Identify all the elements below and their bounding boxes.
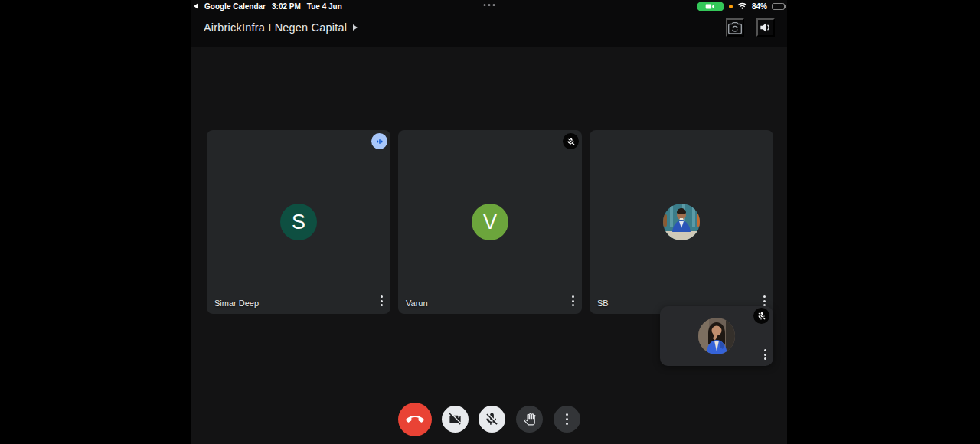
self-profile-photo [698,318,735,354]
chevron-right-icon [353,24,358,31]
videocam-off-icon [448,412,462,426]
more-options-button[interactable] [554,406,580,433]
participant-tile-simar-deep[interactable]: S Simar Deep [207,130,390,314]
battery-icon [772,3,785,10]
avatar-initial: S [292,211,305,234]
self-muted-indicator [753,308,769,324]
participant-name: Varun [406,299,428,308]
avatar-photo [663,204,700,240]
self-avatar-photo [698,318,735,354]
flip-camera-button[interactable] [726,18,744,37]
camera-toggle-button[interactable] [442,406,469,433]
speaker-icon [758,20,773,35]
raised-hand-icon [523,413,536,426]
end-call-button[interactable] [398,403,432,436]
mic-off-icon [485,412,499,426]
back-triangle-icon [194,3,198,9]
battery-percent: 84% [752,2,767,11]
participant-name: Simar Deep [214,299,259,308]
meet-app-screen: Google Calendar 3:02 PM Tue 4 Jun 84% [191,0,787,444]
avatar: V [472,204,508,240]
multitask-handle-icon[interactable] [484,4,495,6]
ipad-screenshot: Google Calendar 3:02 PM Tue 4 Jun 84% [0,0,980,444]
tile-options-button[interactable] [570,294,576,308]
vertical-ellipsis-icon [564,412,570,427]
meeting-title: AirbrickInfra I Negen Capital [204,21,347,34]
avatar-initial: V [483,211,497,234]
tile-options-button[interactable] [379,294,384,308]
status-indicators: 84% [697,2,785,11]
status-date: Tue 4 Jun [307,2,342,11]
speaker-button[interactable] [756,18,775,37]
back-to-app-button[interactable]: Google Calendar 3:02 PM Tue 4 Jun [194,2,342,11]
participant-tile-varun[interactable]: V Varun [398,130,582,314]
wifi-icon [737,2,747,10]
speaking-indicator-icon [371,133,387,149]
raise-hand-button[interactable] [516,406,543,433]
participant-name: SB [597,299,609,308]
camera-in-use-pill-icon[interactable] [697,2,724,11]
participant-tile-sb[interactable]: SB [590,130,773,314]
meeting-title-button[interactable]: AirbrickInfra I Negen Capital [204,21,358,34]
mic-toggle-button[interactable] [479,406,505,433]
self-view-tile[interactable] [660,306,773,366]
mic-off-icon [567,137,576,146]
self-options-button[interactable] [763,348,768,361]
mic-off-icon [757,312,766,321]
camera-flip-icon [727,21,743,35]
back-app-label: Google Calendar [204,2,266,11]
ios-status-bar: Google Calendar 3:02 PM Tue 4 Jun 84% [191,0,787,12]
avatar: S [280,204,317,240]
videocam-glyph [705,3,715,10]
status-time: 3:02 PM [272,2,301,11]
audio-level-icon [375,137,384,146]
meeting-header: AirbrickInfra I Negen Capital [191,12,787,43]
sb-profile-photo [663,204,700,240]
call-end-icon [406,410,424,429]
mic-in-use-dot-icon [729,5,733,8]
muted-indicator [563,133,579,149]
